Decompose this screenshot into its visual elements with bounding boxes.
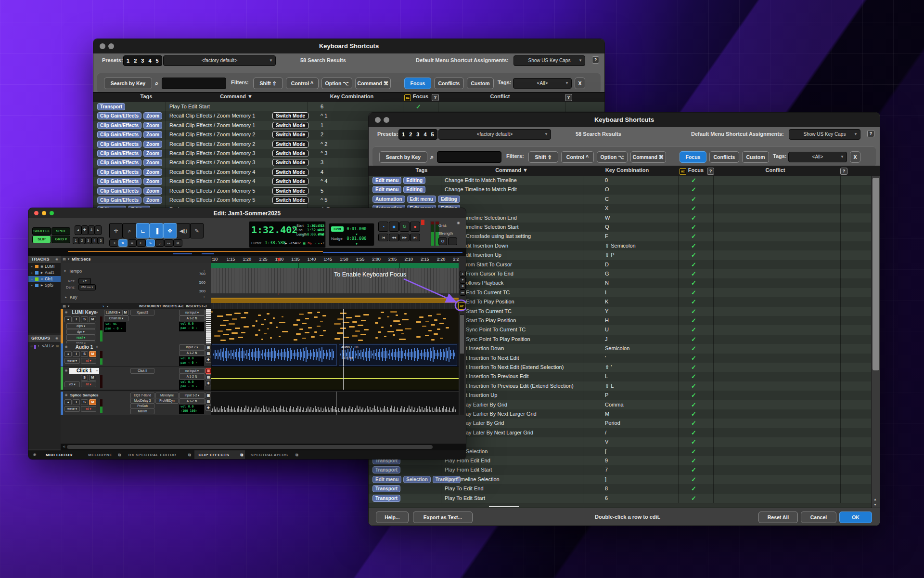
command-cell[interactable]: Recall Clip Effects / Zoom Memory 2 xyxy=(169,141,255,147)
conflicts-filter-button[interactable]: Conflicts xyxy=(709,151,739,163)
loop-record-button[interactable]: ↻ xyxy=(399,222,410,232)
zoomer-tool[interactable]: ✛ xyxy=(109,223,123,238)
tag-chip[interactable]: Zoom xyxy=(143,169,162,176)
switch-mode-chip[interactable]: Switch Mode xyxy=(272,112,308,119)
io-vol-pan[interactable]: vol 0.0pan ‹ 0 › xyxy=(179,322,204,331)
io-output-chip[interactable]: A 1-2 ⇅ xyxy=(179,315,205,321)
tab-midi-editor[interactable]: MIDI EDITOR xyxy=(42,450,82,459)
track-sub-chip-wave[interactable]: wave ▾ xyxy=(64,358,80,364)
col-command[interactable]: Command ▼ xyxy=(495,167,528,173)
focus-help-icon[interactable]: ? xyxy=(432,94,439,101)
edit-mode-mini-button[interactable]: ∿ xyxy=(146,239,155,247)
io-vol-pan[interactable]: vol 0.0pan ‹ 0 › xyxy=(179,380,204,390)
tempo-dens-dropdown[interactable]: 250 ms ▾ xyxy=(78,284,96,290)
command-cell[interactable]: t Insertion To Previous Edit (Extend Sel… xyxy=(466,383,574,389)
command-cell[interactable]: Change Edit to Match Timeline xyxy=(445,177,517,183)
filter-command-button[interactable]: Command ⌘ xyxy=(630,151,666,163)
edit-window[interactable]: Edit: Jam1-Sommer2025 SHUFFLESPOTSLIPGRI… xyxy=(28,208,466,460)
bottom-tab-strip[interactable]: ◉MIDI EDITORMELODYNE⧉RX SPECTRAL EDITOR⧉… xyxy=(28,450,466,459)
command-cell[interactable]: Copy xyxy=(445,196,457,202)
S-button[interactable]: S xyxy=(81,351,88,357)
I-button[interactable]: I xyxy=(73,351,80,357)
zoom-out-icon[interactable]: ◂ xyxy=(75,225,81,235)
preset-3[interactable]: 3 xyxy=(141,58,144,64)
command-cell[interactable]: Selection xyxy=(466,448,488,454)
io-output-chip[interactable]: A 1-2 ⇅ xyxy=(179,350,205,356)
preset-dropdown[interactable]: <factory default>▼ xyxy=(163,55,276,66)
command-cell[interactable]: imeline Selection End xyxy=(466,215,517,221)
insert-chip-xpand-2[interactable]: Xpand!2 xyxy=(130,310,154,315)
preset-4[interactable]: 4 xyxy=(424,131,426,137)
focus-filter-button[interactable]: Focus xyxy=(404,78,431,89)
speaker-tool[interactable]: ◀)) xyxy=(177,223,190,238)
command-cell[interactable]: Start To Current TC xyxy=(466,308,512,314)
key-combination-cell[interactable]: P xyxy=(605,392,608,398)
filter-command-button[interactable]: Command ⌘ xyxy=(355,78,391,89)
command-cell[interactable]: From Cursor To End xyxy=(466,271,513,276)
selector-tool[interactable]: ▐ xyxy=(150,223,163,238)
zoom-vertical-icon[interactable]: ⇕ xyxy=(88,225,95,235)
preset-5[interactable]: 5 xyxy=(431,131,434,137)
column-header-instrument[interactable]: INSTRUMENT xyxy=(139,304,161,308)
command-cell[interactable]: dit Insertion Down xyxy=(466,243,508,249)
zoom-preset-4[interactable]: 4 xyxy=(91,237,98,244)
record-arm-button[interactable]: ● xyxy=(64,399,72,405)
filter-control-button[interactable]: Control ^ xyxy=(561,151,594,163)
S-button[interactable]: S xyxy=(81,375,88,381)
tag-chip[interactable]: Clip Gain/Effects xyxy=(97,150,141,157)
command-cell[interactable]: Recall Clip Effects / Zoom Memory 4 xyxy=(169,169,255,175)
scroll-up-icon[interactable]: ▲ xyxy=(460,271,466,277)
key-combination-cell[interactable]: 0 xyxy=(605,177,608,183)
cancel-button[interactable]: Cancel xyxy=(801,512,836,523)
tag-chip[interactable]: Transport xyxy=(372,466,400,473)
group-item-all[interactable]: ◇!<ALL>⊞ xyxy=(28,343,61,350)
key-combination-cell[interactable]: O xyxy=(605,186,609,192)
command-cell[interactable]: t Insertion Up xyxy=(466,392,497,398)
tag-chip[interactable]: Edit menu xyxy=(372,476,401,483)
track-controls-audio-1[interactable]: ◉Audio 1▾●ISMwave ▾rd ▾Input 2 ▾A 1-2 ⇅v… xyxy=(61,343,211,368)
switch-mode-chip[interactable]: Switch Mode xyxy=(272,131,308,138)
command-cell[interactable]: ollows Playback xyxy=(466,280,503,286)
track-lane-click-1[interactable] xyxy=(211,367,459,391)
track-collapse-icon[interactable]: ◉ xyxy=(64,344,68,349)
edit-mode-mini-button[interactable]: ⇤ xyxy=(137,239,146,247)
key-combination-cell[interactable]: 5 xyxy=(321,188,323,194)
I-button[interactable]: I xyxy=(73,399,80,405)
tag-chip[interactable]: Automation xyxy=(372,196,405,203)
half-circle-icon[interactable]: ◑ xyxy=(101,303,105,309)
tag-chip[interactable]: Editing xyxy=(403,186,425,193)
command-cell[interactable]: ay Earlier By Next Larger Grid xyxy=(466,411,537,417)
col-key-combination[interactable]: Key Combination xyxy=(330,93,373,99)
key-combination-cell[interactable]: W xyxy=(605,215,610,221)
track-collapse-icon[interactable]: ◉ xyxy=(64,393,68,397)
table-row[interactable]: AutomationEdit menuEditingCopyC✓ xyxy=(369,195,871,204)
track-sub-chip-rd[interactable]: rd ▾ xyxy=(81,381,96,387)
track-collapse-icon[interactable]: ◉ xyxy=(64,368,68,372)
help-button[interactable]: Help... xyxy=(376,512,409,523)
key-combination-cell[interactable]: ⇧ ' xyxy=(605,364,612,370)
key-combination-cell[interactable]: ^ 4 xyxy=(321,178,327,184)
column-header-inserts-a-e[interactable]: INSERTS A-E xyxy=(163,304,184,308)
key-combination-cell[interactable]: J xyxy=(605,336,608,342)
key-combination-cell[interactable]: Y xyxy=(605,308,608,314)
tags-dropdown[interactable]: <All>▼ xyxy=(788,152,847,162)
edit-mode-mini-button[interactable]: ◞ xyxy=(155,239,164,247)
pencil-tool[interactable]: ✎ xyxy=(190,223,204,238)
key-combination-cell[interactable]: ⇧ Semicolon xyxy=(605,243,636,249)
table-row[interactable]: TransportPlay From Edit Start7✓ xyxy=(369,465,871,475)
grid-chip[interactable]: Grid xyxy=(331,226,344,232)
focus-help-icon[interactable]: ? xyxy=(707,168,714,175)
command-cell[interactable]: Sync Point To Current TC xyxy=(466,327,526,332)
command-cell[interactable]: t Insertion To Next Edit xyxy=(466,355,519,361)
caret-icon[interactable]: ▾ xyxy=(106,304,109,309)
go-to-start-button[interactable]: |◀ xyxy=(378,234,388,241)
edit-mode-mini-button[interactable]: ⊶ xyxy=(164,239,173,247)
assignments-dropdown[interactable]: Show US Key Caps▼ xyxy=(513,55,585,66)
switch-mode-chip[interactable]: Switch Mode xyxy=(272,141,308,148)
key-combination-cell[interactable]: ⇧ L xyxy=(605,383,614,389)
key-combination-cell[interactable]: H xyxy=(605,317,609,323)
key-combination-cell[interactable]: I xyxy=(605,289,606,295)
key-combination-cell[interactable]: Semicolon xyxy=(605,345,629,351)
preset-3[interactable]: 3 xyxy=(416,131,419,137)
track-sub-chip-dyn[interactable]: dyn ▾ xyxy=(66,329,95,335)
